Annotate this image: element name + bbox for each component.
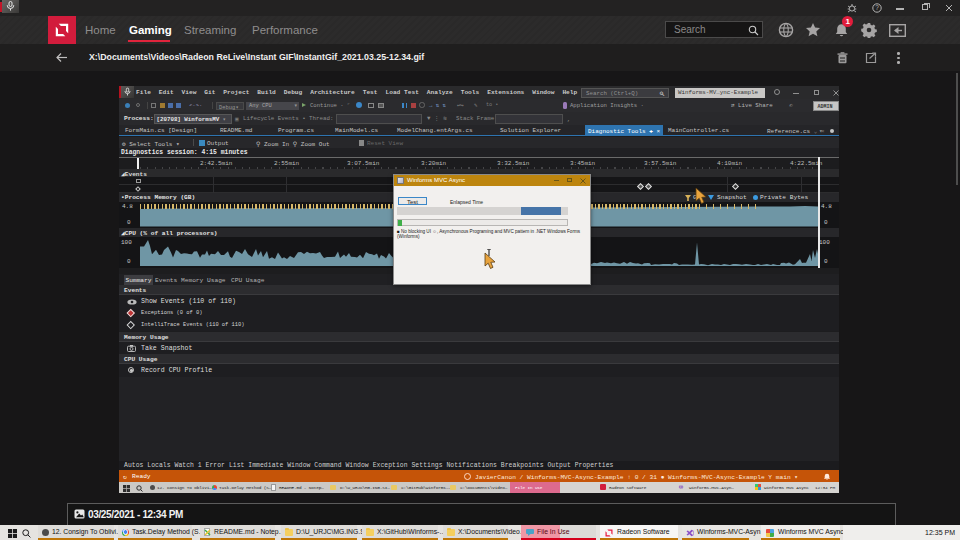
svg-text:?: ? xyxy=(875,4,879,11)
